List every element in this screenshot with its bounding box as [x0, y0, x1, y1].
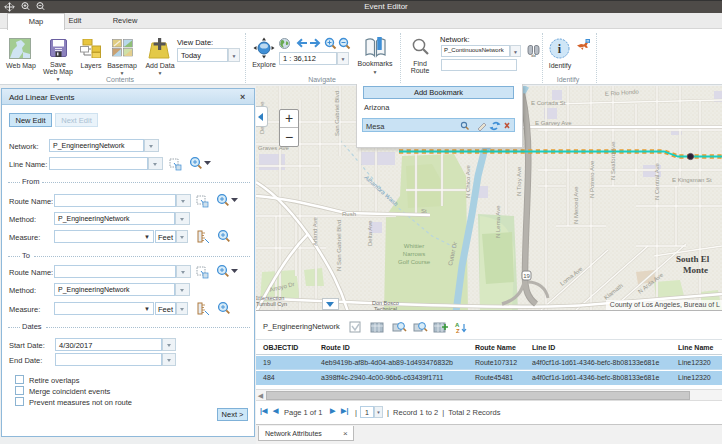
svg-text:South El: South El	[676, 254, 710, 264]
svg-text:N San Gabriel Blvd: N San Gabriel Blvd	[336, 220, 342, 271]
svg-text:N Lema Ave: N Lema Ave	[495, 205, 501, 238]
svg-text:Rush: Rush	[342, 211, 356, 217]
svg-text:19: 19	[523, 273, 530, 279]
svg-text:N Central Ave: N Central Ave	[654, 162, 660, 200]
svg-text:Delta Ave: Delta Ave	[367, 220, 373, 246]
svg-text:E Kingsman St: E Kingsman St	[672, 177, 712, 183]
svg-text:dd: dd	[531, 53, 535, 57]
svg-text:N Chico Ave: N Chico Ave	[465, 164, 471, 198]
svg-text:St: St	[421, 208, 427, 214]
svg-text:San Gabriel Blvd: San Gabriel Blvd	[334, 91, 340, 136]
svg-text:N Seaford Ave: N Seaford Ave	[610, 141, 616, 180]
svg-text:Whittier: Whittier	[404, 243, 424, 249]
svg-text:Narrows: Narrows	[403, 251, 425, 257]
svg-text:Turnbull Cyn: Turnbull Cyn	[256, 301, 287, 307]
svg-text:E Cortada St: E Cortada St	[531, 100, 566, 106]
svg-text:N Troy Ave: N Troy Ave	[516, 166, 522, 196]
svg-text:Monte: Monte	[683, 265, 708, 275]
svg-text:Z: Z	[456, 328, 460, 334]
svg-text:Golf Course: Golf Course	[398, 259, 431, 265]
svg-text:N Potrero Ave: N Potrero Ave	[589, 160, 595, 198]
svg-text:N Merced Ave: N Merced Ave	[573, 186, 579, 224]
svg-text:Arland Ave: Arland Ave	[312, 216, 318, 246]
svg-text:E Garvey Ave: E Garvey Ave	[535, 120, 572, 126]
